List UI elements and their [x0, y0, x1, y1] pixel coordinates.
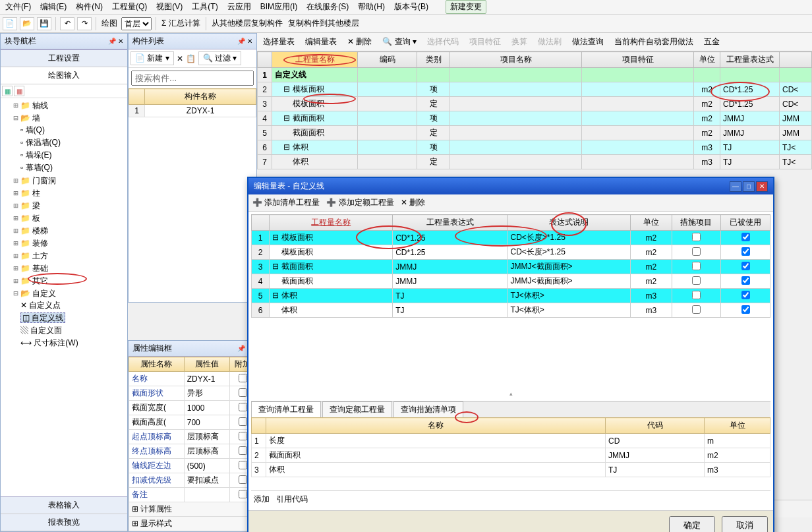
- delete-button[interactable]: ✕ 删除: [344, 35, 375, 49]
- query-button[interactable]: 🔍 查询 ▾: [379, 35, 420, 49]
- minimize-icon[interactable]: —: [730, 181, 741, 192]
- tab-project-settings[interactable]: 工程设置: [1, 50, 127, 67]
- new-component-button[interactable]: 📄 新建 ▾: [130, 51, 174, 65]
- cancel-button[interactable]: 取消: [722, 516, 768, 532]
- maximize-icon[interactable]: □: [743, 181, 755, 192]
- ok-button[interactable]: 确定: [669, 516, 715, 532]
- select-code-button: 选择代码: [424, 35, 462, 49]
- property-panel: 属性编辑框📌 ✕ 属性名称属性值附加 名称ZDYX-1截面形状异形截面宽度(10…: [128, 340, 257, 532]
- menu-bar: 文件(F) 编辑(E) 构件(N) 工程量(Q) 视图(V) 工具(T) 云应用…: [0, 0, 812, 15]
- add-norm-qty-button[interactable]: ➕ 添加定额工程量: [326, 197, 393, 208]
- nav-panel: 块导航栏📌 ✕ 工程设置 绘图输入 ▦ ▦ ⊞📁 轴线 ⊟📂 墙 ▫ 墙(Q) …: [0, 33, 128, 532]
- redo-icon[interactable]: ↷: [77, 17, 92, 30]
- component-list-title: 构件列表: [132, 36, 164, 47]
- tree-wall-q[interactable]: ▫ 墙(Q): [20, 124, 126, 136]
- pin-icon[interactable]: 📌 ✕: [108, 38, 123, 45]
- menu-file[interactable]: 文件(F): [3, 1, 34, 13]
- close-icon[interactable]: ✕: [756, 181, 768, 192]
- menu-edit[interactable]: 编辑(E): [38, 1, 69, 13]
- copy-component-icon[interactable]: 📋: [186, 54, 196, 63]
- new-icon[interactable]: 📄: [3, 17, 17, 30]
- save-icon[interactable]: 💾: [37, 17, 51, 30]
- copy-to-button[interactable]: 复制构件到其他楼层: [287, 18, 361, 29]
- item-feature-button: 项目特征: [466, 35, 504, 49]
- method-query-button[interactable]: 做法查询: [569, 35, 607, 49]
- tree-insulation-wall[interactable]: ▫ 保温墙(Q): [20, 136, 126, 149]
- dialog-grid[interactable]: 工程量名称 工程量表达式 表达式说明 单位 措施项目 已被使用 1⊟ 模板面积C…: [251, 214, 770, 318]
- open-icon[interactable]: 📂: [20, 17, 34, 30]
- floor-select[interactable]: 首层: [121, 17, 152, 30]
- add-list-qty-button[interactable]: ➕ 添加清单工程量: [252, 197, 320, 208]
- menu-help[interactable]: 帮助(H): [355, 1, 388, 13]
- copy-from-button[interactable]: 从其他楼层复制构件: [210, 18, 284, 29]
- tab-draw-input[interactable]: 绘图输入: [1, 67, 127, 84]
- menu-bim[interactable]: BIM应用(I): [258, 1, 301, 13]
- brush-button: 做法刷: [535, 35, 565, 49]
- nav-tree[interactable]: ⊞📁 轴线 ⊟📂 墙 ▫ 墙(Q) ▫ 保温墙(Q) ▫ 墙垛(E) ▫ 幕墙(…: [1, 98, 127, 496]
- dialog-lookup-grid[interactable]: 名称代码单位 1长度CDm2截面面积JMMJm23体积TJm3: [251, 417, 770, 477]
- edit-sheet-button[interactable]: 编辑量表: [302, 35, 340, 49]
- component-list-panel: 构件列表📌 ✕ 📄 新建 ▾ ✕ 📋 🔍 过滤 ▾ 构件名称 1ZDYX-1 属…: [128, 33, 257, 532]
- tree-custom-point[interactable]: ✕ 自定义点: [20, 299, 126, 312]
- tab-query-list[interactable]: 查询清单工程量: [251, 401, 321, 417]
- menu-version[interactable]: 版本号(B): [392, 1, 431, 13]
- collapse-icon[interactable]: ▦: [14, 86, 24, 96]
- undo-icon[interactable]: ↶: [60, 17, 74, 30]
- edit-sheet-dialog: 编辑量表 - 自定义线 — □ ✕ ➕ 添加清单工程量 ➕ 添加定额工程量 ✕ …: [247, 177, 774, 532]
- property-title: 属性编辑框: [132, 343, 172, 354]
- tree-custom-line[interactable]: ◫ 自定义线: [20, 312, 126, 324]
- menu-qty[interactable]: 工程量(Q): [109, 1, 150, 13]
- search-input[interactable]: [131, 71, 254, 86]
- delete-component-icon[interactable]: ✕: [177, 54, 183, 63]
- menu-tool[interactable]: 工具(T): [189, 1, 220, 13]
- quantity-grid[interactable]: 工程量名称 编码 类别 项目名称 项目特征 单位 工程量表达式 1自定义线2 ⊟…: [257, 51, 812, 169]
- hardware-button[interactable]: 五金: [701, 35, 723, 49]
- menu-component[interactable]: 构件(N): [73, 1, 105, 13]
- draw-label[interactable]: 绘图: [100, 18, 119, 29]
- tree-custom-area[interactable]: ▧ 自定义面: [20, 324, 126, 337]
- tab-query-measure[interactable]: 查询措施清单项: [393, 401, 463, 417]
- filter-button[interactable]: 🔍 过滤 ▾: [198, 51, 242, 65]
- menu-view[interactable]: 视图(V): [154, 1, 185, 13]
- dialog-title: 编辑量表 - 自定义线: [254, 181, 324, 191]
- nav-title: 块导航栏: [5, 36, 36, 47]
- tree-dimension[interactable]: ⟷ 尺寸标注(W): [20, 337, 126, 349]
- tab-table-input[interactable]: 表格输入: [1, 497, 127, 514]
- tab-report-preview[interactable]: 报表预览: [1, 514, 127, 531]
- component-grid[interactable]: 构件名称 1ZDYX-1: [129, 88, 256, 117]
- pin-icon[interactable]: 📌 ✕: [237, 38, 252, 45]
- component-row: ZDYX-1: [145, 105, 256, 117]
- convert-button: 换算: [508, 35, 531, 49]
- select-sheet-button[interactable]: 选择量表: [260, 35, 298, 49]
- new-change-button[interactable]: 新建变更: [446, 0, 486, 14]
- ref-code-action[interactable]: 引用代码: [276, 494, 308, 504]
- expand-icon[interactable]: ▦: [2, 86, 13, 96]
- tree-curtain-wall[interactable]: ▫ 幕墙(Q): [20, 162, 126, 174]
- dlg-delete-button[interactable]: ✕ 删除: [401, 197, 425, 208]
- tree-wall-pier[interactable]: ▫ 墙垛(E): [20, 149, 126, 162]
- menu-cloud[interactable]: 云应用: [225, 1, 254, 13]
- tab-query-norm[interactable]: 查询定额工程量: [322, 401, 392, 417]
- property-grid[interactable]: 属性名称属性值附加 名称ZDYX-1截面形状异形截面宽度(1000截面高度(70…: [129, 357, 256, 531]
- auto-apply-button[interactable]: 当前构件自动套用做法: [611, 35, 697, 49]
- sum-button[interactable]: Σ 汇总计算: [160, 18, 202, 29]
- menu-online[interactable]: 在线服务(S): [304, 1, 351, 13]
- right-toolbar: 选择量表 编辑量表 ✕ 删除 🔍 查询 ▾ 选择代码 项目特征 换算 做法刷 做…: [257, 33, 812, 51]
- add-action[interactable]: 添加: [254, 494, 270, 504]
- main-toolbar: 📄 📂 💾 ↶ ↷ 绘图 首层 Σ 汇总计算 从其他楼层复制构件 复制构件到其他…: [0, 15, 812, 33]
